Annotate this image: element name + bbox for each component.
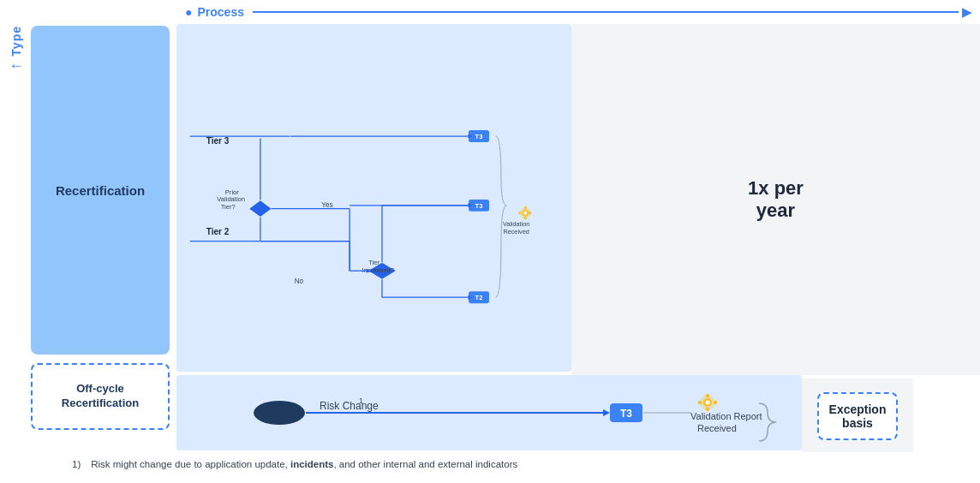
process-arrow-line: [253, 11, 959, 13]
diagram-area: ● Process ▶ Tier 3 Tier 2 Prior Validati…: [176, 0, 980, 454]
diagram-svg: Tier 3 Tier 2 Prior Validation Tier? Yes: [176, 24, 571, 372]
type-label: ↑ Type: [7, 26, 25, 70]
type-text: Type: [9, 26, 22, 57]
gear-tooth-top: [524, 206, 527, 209]
gear-tooth-bottom: [524, 217, 527, 219]
svg-rect-7: [698, 401, 702, 404]
gear-tooth-left: [518, 212, 521, 214]
t3-badge-upper-text: T3: [475, 133, 483, 140]
process-arrow-right: ▶: [962, 5, 971, 19]
risk-change-label: Risk Change: [320, 400, 379, 412]
risk-t3-arrow: [603, 409, 610, 416]
prior-validation-diamond: [249, 200, 271, 217]
upper-panel: Tier 3 Tier 2 Prior Validation Tier? Yes: [176, 24, 571, 372]
footnote-number: 1): [72, 459, 81, 469]
tier2-text: Tier 2: [206, 227, 230, 236]
validation-report-text2: Received: [697, 423, 737, 433]
footnote-text: Risk might change due to application upd…: [91, 459, 517, 469]
process-label: Process: [197, 5, 243, 19]
footnote-bold: incidents: [290, 459, 333, 469]
tier3-text: Tier 3: [206, 136, 230, 146]
recertification-box: Recertification: [31, 26, 170, 355]
validation-icon-center: [523, 212, 527, 215]
no-label: No: [295, 277, 304, 285]
exception-freq-col: Exception basis: [802, 375, 913, 454]
svg-rect-8: [714, 401, 717, 404]
prior-validation-text2: Validation: [217, 195, 245, 203]
lower-row: Risk Change 1 T3: [176, 375, 980, 454]
off-cycle-box: Off-cycle Recertification: [31, 363, 170, 430]
footnote-text-post: , and other internal and external indica…: [333, 459, 517, 469]
footnote-area: 1) Risk might change due to application …: [31, 452, 980, 476]
gear-tooth-right: [529, 212, 531, 214]
lower-t3-text: T3: [620, 408, 632, 420]
freq-lower: Exception basis: [802, 379, 913, 454]
per-year-text: 1x per year: [748, 177, 804, 223]
exception-basis-label: Exception basis: [829, 402, 887, 430]
type-axis: ↑ Type: [0, 0, 31, 454]
prior-validation-text3: Tier?: [221, 203, 236, 211]
type-arrow-up: ↑: [7, 62, 25, 70]
main-container: ↑ Type Recertification Off-cycle Recerti…: [0, 0, 980, 454]
tier-inc-text1: Tier: [368, 259, 379, 266]
off-cycle-label: Off-cycle Recertification: [62, 382, 139, 411]
t3-badge-middle-text: T3: [475, 202, 483, 210]
risk-change-oval: [254, 401, 305, 425]
lower-panel: Risk Change 1 T3: [176, 375, 802, 450]
exception-basis-box: Exception basis: [817, 392, 899, 440]
footnote-text-pre: Risk might change due to application upd…: [91, 459, 290, 469]
svg-rect-5: [706, 394, 709, 397]
recert-col: Recertification Off-cycle Recertificatio…: [31, 0, 176, 454]
lower-brace: [759, 403, 776, 441]
lower-svg: Risk Change 1 T3: [176, 375, 802, 450]
validation-rec-text1: Validation: [503, 220, 529, 228]
recertification-label: Recertification: [56, 183, 145, 198]
validation-report-text1: Validation Report: [690, 411, 762, 421]
content-row: Tier 3 Tier 2 Prior Validation Tier? Yes: [176, 24, 980, 375]
process-header: ● Process ▶: [176, 0, 980, 24]
footnote: 1) Risk might change due to application …: [38, 452, 973, 476]
prior-validation-text1: Prior: [225, 188, 239, 196]
right-brace: [496, 136, 507, 297]
freq-upper: 1x per year: [571, 24, 980, 375]
svg-point-4: [706, 401, 710, 405]
risk-change-sup: 1: [359, 397, 363, 405]
process-arrow-left-dot: ●: [185, 5, 192, 19]
validation-rec-text2: Received: [503, 228, 529, 236]
t2-badge-text: T2: [475, 294, 483, 301]
